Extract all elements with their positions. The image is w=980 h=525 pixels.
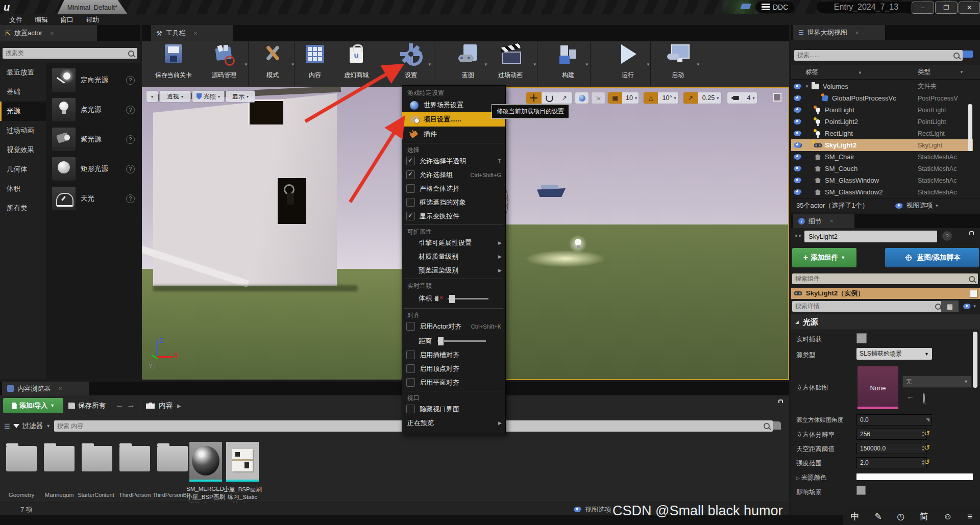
checkbox-unchecked[interactable] [406, 184, 415, 193]
minimize-button[interactable]: – [912, 2, 934, 14]
checkbox-unchecked[interactable] [406, 378, 415, 387]
visibility-eye-icon[interactable] [794, 95, 802, 101]
menu-world-settings[interactable]: 世界场景设置 [402, 98, 505, 112]
save-all-button[interactable]: 保存所有 [68, 398, 106, 413]
outliner-row-volumes[interactable]: ▼ Volumes文件夹 [791, 81, 973, 92]
lit-mode-button[interactable]: 光照▾ [192, 90, 225, 103]
ime-clock-icon[interactable]: ◷ [897, 511, 904, 522]
menu-file[interactable]: 文件 [9, 15, 22, 24]
menu-preview-rendering[interactable]: 预览渲染级别 ▶ [402, 263, 505, 277]
tab-world-outliner[interactable]: ☰ 世界大纲视图 ✕ [793, 25, 885, 40]
category-cinematic[interactable]: 过场动画 [0, 121, 46, 140]
rotate-tool-button[interactable] [542, 92, 557, 104]
menu-allow-group[interactable]: 允许选择组 Ctrl+Shift+G [402, 168, 505, 182]
outliner-row-pointlight2[interactable]: PointLight2PointLight [791, 116, 973, 128]
visibility-eye-icon[interactable] [794, 154, 802, 160]
help-badge[interactable]: ? [126, 106, 135, 114]
folder-thirdpersonbp[interactable] [157, 446, 188, 471]
browse-icon[interactable] [923, 393, 925, 404]
asset-sm-merged[interactable] [189, 442, 222, 482]
help-badge[interactable]: ? [126, 135, 135, 144]
menu-window[interactable]: 窗口 [60, 15, 74, 24]
build-button[interactable]: 构建 ▾ [550, 42, 586, 85]
visibility-eye-icon[interactable] [794, 166, 802, 171]
details-scrollbar[interactable] [973, 332, 977, 388]
menu-allow-translucent[interactable]: 允许选择半透明 T [402, 154, 505, 168]
section-light[interactable]: ◢ 光源 [791, 314, 980, 330]
add-folder-icon[interactable] [963, 51, 973, 58]
affects-checkbox[interactable] [856, 486, 866, 495]
maximize-viewport-icon[interactable] [773, 93, 781, 102]
dropdown-caret-icon[interactable]: ▾ [533, 62, 536, 67]
search-classes-input[interactable]: 搜索类 [3, 48, 137, 59]
menu-edit[interactable]: 编辑 [35, 15, 48, 24]
dropdown-caret-icon[interactable]: ▾ [585, 62, 588, 67]
tab-content-browser[interactable]: 内容浏览器 ✕ [2, 382, 89, 395]
menu-planar-snap[interactable]: 启用平面对齐 [402, 376, 505, 389]
grid-snap-value[interactable]: 10▾ [622, 92, 639, 104]
save-search-icon[interactable] [773, 421, 781, 430]
viewport-help-badge[interactable]: ? [146, 362, 155, 370]
tab-close-icon[interactable]: ✕ [58, 386, 62, 391]
angle-snap-value[interactable]: 10°▾ [658, 92, 678, 104]
cubemap-res-input[interactable]: 256▲▼ [856, 429, 927, 440]
visibility-eye-icon[interactable] [794, 178, 802, 183]
menu-help[interactable]: 帮助 [86, 15, 99, 24]
muted-speaker-icon[interactable] [435, 296, 438, 301]
expander-icon[interactable]: ▼ [805, 84, 809, 89]
outliner-row-sm-couch[interactable]: SM_CouchStaticMeshAc [791, 163, 973, 174]
outliner-row-pointlight[interactable]: PointLightPointLight [791, 104, 973, 116]
outliner-search-input[interactable]: 搜索...... [794, 50, 963, 61]
menu-engine-scalability[interactable]: 引擎可延展性设置 ▶ [402, 236, 505, 249]
ime-pen-icon[interactable]: ✎ [874, 511, 881, 522]
checkbox-checked[interactable] [406, 157, 415, 165]
category-lights[interactable]: 光源 [0, 102, 46, 121]
level-tab[interactable]: Minimal_Default* [57, 0, 128, 14]
blueprint-add-script-button[interactable]: 蓝图/添加脚本 [885, 248, 979, 267]
add-import-button[interactable]: 添加/导入 ▼ [3, 398, 63, 413]
launch-button[interactable]: 启动 ▾ [658, 42, 697, 85]
filters-button[interactable]: ☰ 过滤器 ▼ [4, 421, 51, 431]
settings-button[interactable]: 设置 ▾ [393, 42, 429, 85]
maximize-button[interactable]: ❐ [935, 2, 958, 14]
property-matrix-button[interactable]: ▦ [941, 301, 959, 312]
display-filter-button[interactable]: ▼ [961, 301, 979, 312]
item-point-light[interactable]: 点光源 ? [46, 95, 140, 124]
visibility-eye-icon[interactable] [794, 84, 802, 89]
cinematics-button[interactable]: 过场动画 ▾ [487, 42, 534, 85]
outliner-row-skylight2-selected[interactable]: SkyLight2SkyLight [791, 139, 973, 151]
outliner-row-sm-glasswindow2[interactable]: SM_GlassWindow2StaticMeshAc [791, 186, 973, 198]
scale-snap-value[interactable]: 0.25▾ [698, 92, 721, 104]
sort-asc-icon[interactable]: ▲ [858, 70, 862, 74]
dropdown-caret-icon[interactable]: ▾ [244, 62, 247, 67]
help-circle-icon[interactable]: ? [942, 231, 952, 241]
outliner-scrollbar[interactable] [968, 104, 972, 151]
outliner-row-sm-chair[interactable]: SM_ChairStaticMeshAc [791, 151, 973, 163]
menu-box-select-occluded[interactable]: 框选遮挡的对象 [402, 195, 505, 209]
world-local-toggle[interactable] [575, 92, 589, 104]
content-button[interactable]: 内容 [298, 42, 332, 85]
category-basic[interactable]: 基础 [0, 82, 46, 102]
outliner-row-postprocess[interactable]: GlobalPostProcessVcPostProcessV [791, 92, 973, 104]
angle-snap-toggle[interactable]: △ [644, 92, 658, 104]
back-arrow-icon[interactable]: ← [115, 400, 124, 410]
scale-snap-toggle[interactable]: ↗ [683, 92, 698, 104]
boat-actor[interactable] [537, 184, 566, 198]
tab-place-actors[interactable]: ⇱ 放置actor ✕ [0, 25, 97, 41]
cubemap-thumbnail[interactable]: None [857, 366, 898, 409]
tab-close-icon[interactable]: ✕ [50, 31, 54, 36]
grid-snap-toggle[interactable]: ▦ [608, 92, 622, 104]
view-options-button[interactable]: 视图选项 [906, 201, 933, 210]
graduation-cap-icon[interactable] [740, 4, 751, 9]
help-badge[interactable]: ? [126, 165, 135, 173]
realtime-capture-checkbox[interactable] [856, 333, 867, 343]
item-directional-light[interactable]: 定向光源 ? [46, 65, 140, 95]
outliner-row-rectlight[interactable]: RectLightRectLight [791, 128, 973, 139]
item-sky-light[interactable]: 天光 ? [46, 184, 140, 213]
menu-hide-viewport-ui[interactable]: 隐藏视口界面 [402, 402, 505, 416]
tab-details[interactable]: i 细节 ✕ [793, 214, 854, 228]
checkbox-unchecked[interactable] [406, 198, 415, 207]
revert-icon[interactable]: ↺ [924, 429, 930, 437]
ime-chinese-mode[interactable]: 中 [851, 511, 860, 522]
tab-close-icon[interactable]: ✕ [829, 218, 834, 224]
